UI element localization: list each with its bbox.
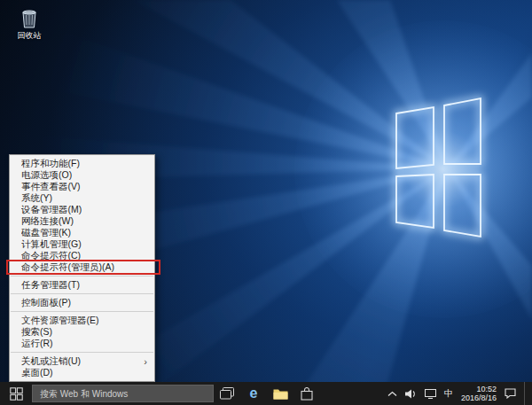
store-bag-icon: [301, 387, 313, 401]
chevron-up-icon: [387, 391, 397, 397]
menu-item[interactable]: 网络连接(W): [10, 215, 154, 227]
edge-browser-button[interactable]: e: [240, 382, 267, 405]
menu-item[interactable]: 关机或注销(U)›: [10, 355, 154, 367]
taskbar-clock[interactable]: 10:52 2016/8/16: [461, 382, 497, 405]
menu-item-label: 事件查看器(V): [21, 181, 147, 192]
menu-item[interactable]: 文件资源管理器(E): [10, 315, 154, 326]
menu-item-label: 桌面(D): [21, 367, 147, 378]
menu-item-label: 运行(R): [21, 338, 147, 349]
menu-item-label: 搜索(S): [21, 326, 147, 338]
taskbar: e: [0, 382, 532, 405]
menu-item[interactable]: 桌面(D): [10, 367, 154, 378]
trash-icon: [20, 7, 38, 28]
menu-item-label: 电源选项(O): [21, 169, 147, 181]
show-desktop-button[interactable]: [524, 382, 528, 405]
menu-item-label: 磁盘管理(K): [21, 227, 147, 238]
menu-item-label: 系统(Y): [21, 192, 147, 204]
store-button[interactable]: [293, 382, 320, 405]
tray-overflow-button[interactable]: [387, 382, 397, 405]
menu-item-label: 计算机管理(G): [21, 238, 147, 250]
menu-item[interactable]: 任务管理器(T): [10, 279, 154, 291]
network-icon: [425, 389, 436, 399]
clock-date: 2016/8/16: [461, 393, 497, 403]
menu-item[interactable]: 计算机管理(G): [10, 238, 154, 250]
menu-item[interactable]: 设备管理器(M): [10, 204, 154, 215]
speaker-icon: [405, 389, 417, 399]
menu-item[interactable]: 命令提示符(管理员)(A): [10, 261, 154, 273]
menu-item-label: 网络连接(W): [21, 215, 147, 227]
task-view-button[interactable]: [214, 382, 240, 405]
menu-item[interactable]: 程序和功能(F): [10, 158, 154, 169]
action-center-icon: [505, 388, 516, 399]
volume-button[interactable]: [405, 382, 417, 405]
edge-icon: e: [250, 386, 258, 401]
menu-item[interactable]: 命令提示符(C): [10, 250, 154, 261]
desktop: 回收站 程序和功能(F)电源选项(O)事件查看器(V)系统(Y)设备管理器(M)…: [0, 0, 532, 405]
submenu-arrow-icon: ›: [140, 356, 147, 367]
menu-separator: [11, 276, 153, 276]
menu-item[interactable]: 事件查看器(V): [10, 181, 154, 192]
menu-separator: [11, 293, 153, 294]
menu-item-label: 程序和功能(F): [21, 158, 147, 169]
menu-item-label: 命令提示符(管理员)(A): [21, 261, 147, 273]
menu-item-label: 设备管理器(M): [21, 204, 147, 215]
winx-context-menu: 程序和功能(F)电源选项(O)事件查看器(V)系统(Y)设备管理器(M)网络连接…: [9, 154, 155, 382]
menu-item-label: 任务管理器(T): [21, 279, 147, 291]
file-explorer-button[interactable]: [267, 382, 293, 405]
menu-item[interactable]: 搜索(S): [10, 326, 154, 338]
menu-item-label: 命令提示符(C): [21, 250, 147, 261]
menu-item[interactable]: 系统(Y): [10, 192, 154, 204]
task-view-icon: [220, 387, 234, 400]
system-tray: 中 10:52 2016/8/16: [387, 382, 532, 405]
windows-start-icon: [10, 387, 23, 401]
menu-item[interactable]: 运行(R): [10, 338, 154, 349]
action-center-button[interactable]: [505, 382, 516, 405]
ime-indicator[interactable]: 中: [444, 382, 453, 405]
search-input[interactable]: [33, 386, 213, 401]
network-button[interactable]: [425, 382, 436, 405]
clock-time: 10:52: [476, 385, 497, 394]
logo-glow: [294, 20, 532, 318]
taskbar-search-box[interactable]: [32, 385, 214, 402]
menu-item[interactable]: 磁盘管理(K): [10, 227, 154, 238]
recycle-bin-icon[interactable]: 回收站: [9, 7, 50, 42]
folder-icon: [273, 388, 288, 400]
menu-item-label: 控制面板(P): [21, 297, 147, 308]
recycle-bin-label: 回收站: [18, 30, 42, 42]
menu-separator: [11, 352, 153, 353]
menu-item[interactable]: 控制面板(P): [10, 297, 154, 308]
menu-item[interactable]: 电源选项(O): [10, 169, 154, 181]
menu-item-label: 文件资源管理器(E): [21, 315, 147, 326]
menu-separator: [11, 311, 153, 312]
start-button[interactable]: [0, 382, 32, 405]
menu-item-label: 关机或注销(U): [21, 355, 140, 367]
